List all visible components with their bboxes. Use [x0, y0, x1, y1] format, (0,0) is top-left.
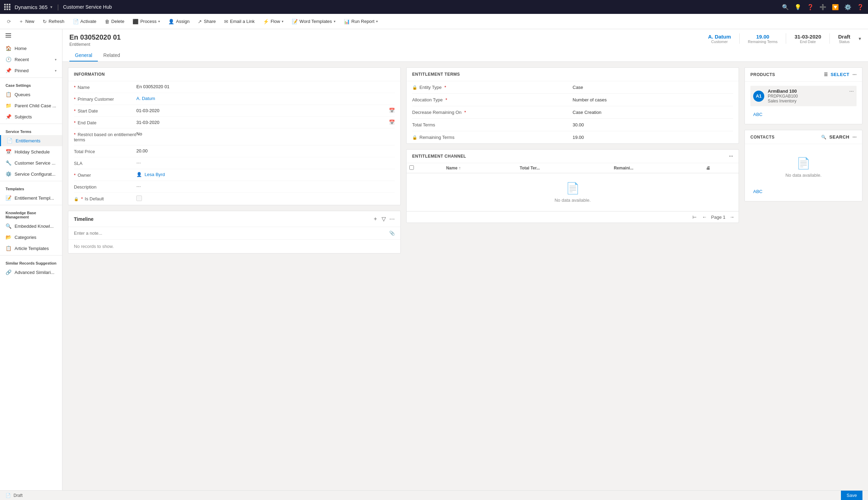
- entitlement-terms-header: ENTITLEMENT TERMS: [407, 68, 739, 81]
- sidebar-item-customer-service[interactable]: 🔧 Customer Service ...: [0, 157, 62, 168]
- flow-button[interactable]: ⚡ Flow ▾: [259, 17, 287, 26]
- contacts-search-icon[interactable]: 🔍: [821, 135, 827, 140]
- tab-related[interactable]: Related: [98, 50, 126, 61]
- status-bar-status: Draft: [14, 493, 23, 498]
- timeline-note-input[interactable]: [74, 231, 386, 236]
- sidebar-item-entitlements[interactable]: 📄 Entitlements: [0, 135, 62, 146]
- customer-service-icon: 🔧: [6, 160, 11, 166]
- meta-expand-icon[interactable]: ▾: [859, 36, 861, 41]
- meta-remaining-value: 19.00: [748, 34, 777, 40]
- product-item-more-icon[interactable]: ⋯: [849, 89, 854, 94]
- products-more-icon[interactable]: ⋯: [852, 72, 857, 77]
- sidebar-item-entitlement-templ[interactable]: 📝 Entitlement Templ...: [0, 192, 62, 203]
- sidebar-item-recent[interactable]: 🕐 Recent ▾: [0, 54, 62, 65]
- information-header: INFORMATION: [68, 68, 400, 81]
- search-icon[interactable]: 🔍: [782, 4, 789, 10]
- topbar: Dynamics 365 ▼ | Customer Service Hub 🔍 …: [0, 0, 868, 14]
- sidebar-toggle-button[interactable]: [0, 29, 62, 43]
- channel-page-label: Page 1: [711, 215, 725, 220]
- new-button[interactable]: ＋ New: [15, 17, 38, 26]
- service-terms-divider: [0, 124, 62, 124]
- service-config-icon: ⚙️: [6, 171, 11, 177]
- refresh-button[interactable]: ↻ Refresh: [39, 17, 68, 26]
- help-icon[interactable]: ❓: [857, 4, 864, 10]
- assign-button[interactable]: 👤 Assign: [165, 17, 193, 26]
- sidebar-item-categories[interactable]: 📂 Categories: [0, 232, 62, 243]
- timeline-add-button[interactable]: ＋: [373, 215, 378, 223]
- timeline-filter-button[interactable]: ▽: [382, 215, 386, 223]
- process-button[interactable]: ⬛ Process ▾: [129, 17, 163, 26]
- sidebar-nav: 🏠 Home 🕐 Recent ▾ 📌 Pinned ▾ Case Settin…: [0, 43, 62, 490]
- save-button[interactable]: Save: [841, 491, 862, 500]
- channel-name-sort-icon[interactable]: ↑: [459, 166, 461, 170]
- sidebar-item-holiday-schedule[interactable]: 📅 Holiday Schedule: [0, 146, 62, 157]
- sidebar-item-embedded-knowl[interactable]: 🔍 Embedded Knowl...: [0, 220, 62, 232]
- contacts-no-data-text: No data available.: [759, 173, 848, 178]
- sidebar-item-article-templates[interactable]: 📋 Article Templates: [0, 243, 62, 254]
- contacts-abc-link[interactable]: ABC: [750, 186, 857, 197]
- field-owner-value: 👤 Lesa Byrd: [136, 172, 395, 177]
- run-report-button[interactable]: 📊 Run Report ▾: [340, 17, 381, 26]
- timeline-title: Timeline: [74, 216, 94, 222]
- end-date-calendar-icon[interactable]: 📅: [389, 119, 395, 125]
- is-default-checkbox[interactable]: [136, 195, 142, 201]
- sidebar-item-pinned[interactable]: 📌 Pinned ▾: [0, 65, 62, 76]
- meta-sep-2: [786, 33, 786, 44]
- primary-customer-link[interactable]: A. Datum: [136, 96, 155, 101]
- channel-print-icon[interactable]: 🖨: [706, 166, 710, 170]
- sidebar-item-subjects[interactable]: 📌 Subjects: [0, 111, 62, 122]
- hub-name: Customer Service Hub: [63, 4, 112, 10]
- sidebar-item-parent-child-case[interactable]: 📁 Parent Child Case ...: [0, 100, 62, 111]
- products-list-icon[interactable]: ☰: [824, 72, 828, 77]
- products-abc-link[interactable]: ABC: [750, 109, 857, 120]
- flow-icon: ⚡: [263, 19, 269, 24]
- channel-first-page-button[interactable]: ⊢: [691, 214, 698, 220]
- products-select-button[interactable]: Select: [831, 72, 849, 77]
- ent-remaining-terms-label: 🔒 Remaining Terms: [412, 135, 573, 140]
- lightbulb-icon[interactable]: 💡: [794, 4, 801, 10]
- owner-link[interactable]: Lesa Byrd: [145, 172, 165, 177]
- email-icon: ✉: [224, 19, 228, 24]
- product-item: A1 ArmBand 100 PRDPKGAB100 Sales Invento…: [750, 86, 857, 106]
- app-brand[interactable]: Dynamics 365 ▼: [15, 4, 53, 10]
- case-settings-divider: [0, 77, 62, 78]
- channel-select-all[interactable]: [409, 165, 414, 170]
- question-icon[interactable]: ❓: [807, 4, 814, 10]
- channel-more-icon[interactable]: ⋯: [729, 154, 733, 159]
- product-name: ArmBand 100: [768, 89, 846, 94]
- ent-field-decrease-remaining: Decrease Remaining On * Case Creation: [412, 106, 733, 119]
- meta-sep-3: [829, 33, 830, 44]
- contacts-search-label[interactable]: Search: [829, 134, 850, 140]
- sidebar-item-service-config[interactable]: ⚙️ Service Configurat...: [0, 168, 62, 180]
- word-templates-button[interactable]: 📝 Word Templates ▾: [288, 17, 339, 26]
- start-date-calendar-icon[interactable]: 📅: [389, 108, 395, 113]
- word-caret: ▾: [334, 19, 335, 23]
- sidebar-item-advanced-similar[interactable]: 🔗 Advanced Similari...: [0, 267, 62, 278]
- meta-customer-value[interactable]: A. Datum: [708, 34, 731, 40]
- contacts-more-icon[interactable]: ⋯: [852, 135, 857, 140]
- contacts-card: CONTACTS 🔍 Search ⋯ 📄 No data available.…: [744, 130, 862, 201]
- attach-icon[interactable]: 📎: [389, 231, 395, 236]
- settings-icon[interactable]: ⚙️: [844, 4, 851, 10]
- filter-icon[interactable]: 🔽: [832, 4, 839, 10]
- history-icon[interactable]: ⟳: [4, 17, 14, 26]
- products-header: PRODUCTS ☰ Select ⋯: [745, 68, 862, 82]
- channel-next-page-button[interactable]: →: [728, 214, 736, 220]
- service-terms-title: Service Terms: [0, 125, 62, 135]
- plus-icon[interactable]: ➕: [819, 4, 826, 10]
- share-button[interactable]: ↗ Share: [194, 17, 219, 26]
- sidebar-item-home[interactable]: 🏠 Home: [0, 43, 62, 54]
- timeline-more-button[interactable]: ⋯: [389, 215, 395, 223]
- sidebar-item-queues[interactable]: 📋 Queues: [0, 89, 62, 100]
- channel-prev-page-button[interactable]: ←: [701, 214, 708, 220]
- tab-general[interactable]: General: [69, 50, 98, 61]
- refresh-icon: ↻: [43, 19, 47, 24]
- meta-sep-1: [739, 33, 740, 44]
- email-link-button[interactable]: ✉ Email a Link: [221, 17, 258, 26]
- home-icon: 🏠: [6, 45, 11, 51]
- field-sla-label: SLA: [74, 160, 136, 166]
- delete-button[interactable]: 🗑 Delete: [101, 17, 128, 26]
- app-grid-button[interactable]: [4, 4, 10, 10]
- delete-icon: 🗑: [105, 19, 110, 24]
- activate-button[interactable]: 📄 Activate: [69, 17, 100, 26]
